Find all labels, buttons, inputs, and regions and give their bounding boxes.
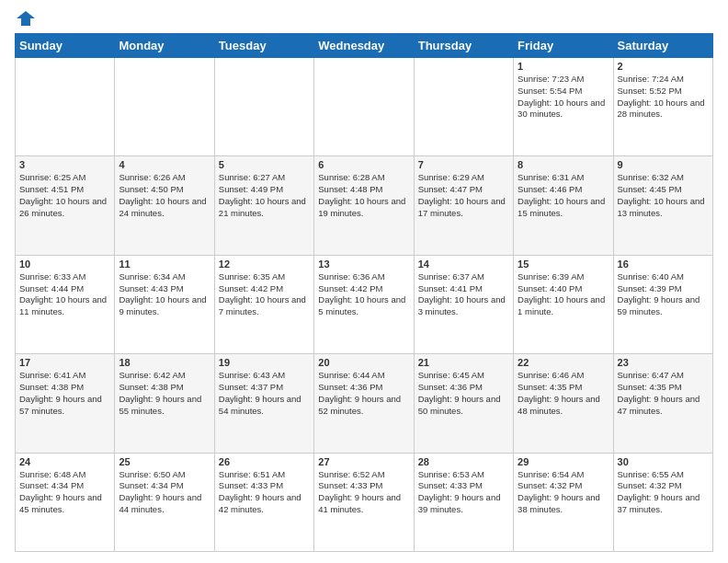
calendar-cell: 12Sunrise: 6:35 AM Sunset: 4:42 PM Dayli… [214, 255, 313, 353]
calendar-header-monday: Monday [115, 34, 214, 58]
calendar-header-friday: Friday [514, 34, 613, 58]
calendar-week-4: 24Sunrise: 6:48 AM Sunset: 4:34 PM Dayli… [16, 453, 713, 551]
day-info: Sunrise: 6:28 AM Sunset: 4:48 PM Dayligh… [318, 172, 409, 219]
calendar-cell: 27Sunrise: 6:52 AM Sunset: 4:33 PM Dayli… [314, 453, 414, 551]
calendar-header-sunday: Sunday [16, 34, 115, 58]
logo-icon [17, 11, 35, 26]
day-info: Sunrise: 7:23 AM Sunset: 5:54 PM Dayligh… [518, 74, 609, 121]
calendar-cell: 15Sunrise: 6:39 AM Sunset: 4:40 PM Dayli… [514, 255, 613, 353]
day-number: 18 [119, 357, 210, 368]
header [15, 11, 713, 26]
calendar-cell: 7Sunrise: 6:29 AM Sunset: 4:47 PM Daylig… [414, 156, 513, 255]
calendar-cell: 19Sunrise: 6:43 AM Sunset: 4:37 PM Dayli… [214, 354, 313, 453]
day-info: Sunrise: 6:45 AM Sunset: 4:36 PM Dayligh… [418, 370, 509, 417]
calendar-cell: 28Sunrise: 6:53 AM Sunset: 4:33 PM Dayli… [414, 453, 513, 551]
calendar-cell: 3Sunrise: 6:25 AM Sunset: 4:51 PM Daylig… [16, 156, 115, 255]
calendar-cell: 14Sunrise: 6:37 AM Sunset: 4:41 PM Dayli… [414, 255, 513, 353]
calendar-header-thursday: Thursday [414, 34, 513, 58]
day-number: 4 [119, 159, 210, 170]
day-info: Sunrise: 6:32 AM Sunset: 4:45 PM Dayligh… [618, 172, 709, 219]
calendar-cell: 4Sunrise: 6:26 AM Sunset: 4:50 PM Daylig… [115, 156, 214, 255]
day-number: 10 [19, 259, 110, 270]
day-number: 25 [119, 456, 210, 467]
day-info: Sunrise: 6:43 AM Sunset: 4:37 PM Dayligh… [219, 370, 310, 417]
day-number: 11 [119, 259, 210, 270]
calendar-header-wednesday: Wednesday [314, 34, 414, 58]
day-number: 2 [618, 61, 709, 72]
day-info: Sunrise: 6:33 AM Sunset: 4:44 PM Dayligh… [19, 271, 110, 318]
day-number: 19 [219, 357, 310, 368]
day-info: Sunrise: 6:39 AM Sunset: 4:40 PM Dayligh… [518, 271, 609, 318]
day-info: Sunrise: 6:50 AM Sunset: 4:34 PM Dayligh… [119, 469, 210, 516]
day-info: Sunrise: 6:53 AM Sunset: 4:33 PM Dayligh… [418, 469, 509, 516]
calendar-cell: 8Sunrise: 6:31 AM Sunset: 4:46 PM Daylig… [514, 156, 613, 255]
calendar-header-tuesday: Tuesday [214, 34, 313, 58]
day-info: Sunrise: 7:24 AM Sunset: 5:52 PM Dayligh… [618, 74, 709, 121]
day-number: 7 [418, 159, 509, 170]
day-number: 28 [418, 456, 509, 467]
day-number: 1 [518, 61, 609, 72]
calendar-cell: 16Sunrise: 6:40 AM Sunset: 4:39 PM Dayli… [613, 255, 712, 353]
day-info: Sunrise: 6:29 AM Sunset: 4:47 PM Dayligh… [418, 172, 509, 219]
calendar-cell [214, 58, 313, 156]
day-number: 30 [618, 456, 709, 467]
calendar-cell [16, 58, 115, 156]
day-info: Sunrise: 6:36 AM Sunset: 4:42 PM Dayligh… [318, 271, 409, 318]
day-info: Sunrise: 6:41 AM Sunset: 4:38 PM Dayligh… [19, 370, 110, 417]
day-number: 27 [318, 456, 409, 467]
day-number: 16 [618, 259, 709, 270]
calendar-cell: 26Sunrise: 6:51 AM Sunset: 4:33 PM Dayli… [214, 453, 313, 551]
calendar-cell: 1Sunrise: 7:23 AM Sunset: 5:54 PM Daylig… [514, 58, 613, 156]
day-number: 21 [418, 357, 509, 368]
calendar-cell [314, 58, 414, 156]
calendar-cell: 10Sunrise: 6:33 AM Sunset: 4:44 PM Dayli… [16, 255, 115, 353]
day-info: Sunrise: 6:42 AM Sunset: 4:38 PM Dayligh… [119, 370, 210, 417]
day-info: Sunrise: 6:26 AM Sunset: 4:50 PM Dayligh… [119, 172, 210, 219]
day-info: Sunrise: 6:34 AM Sunset: 4:43 PM Dayligh… [119, 271, 210, 318]
calendar-cell: 22Sunrise: 6:46 AM Sunset: 4:35 PM Dayli… [514, 354, 613, 453]
svg-marker-0 [17, 11, 35, 26]
day-info: Sunrise: 6:37 AM Sunset: 4:41 PM Dayligh… [418, 271, 509, 318]
day-number: 24 [19, 456, 110, 467]
calendar-cell: 25Sunrise: 6:50 AM Sunset: 4:34 PM Dayli… [115, 453, 214, 551]
calendar-cell: 30Sunrise: 6:55 AM Sunset: 4:32 PM Dayli… [613, 453, 712, 551]
day-info: Sunrise: 6:35 AM Sunset: 4:42 PM Dayligh… [219, 271, 310, 318]
calendar-cell: 11Sunrise: 6:34 AM Sunset: 4:43 PM Dayli… [115, 255, 214, 353]
day-number: 29 [518, 456, 609, 467]
day-info: Sunrise: 6:31 AM Sunset: 4:46 PM Dayligh… [518, 172, 609, 219]
day-info: Sunrise: 6:55 AM Sunset: 4:32 PM Dayligh… [618, 469, 709, 516]
day-number: 9 [618, 159, 709, 170]
calendar-week-3: 17Sunrise: 6:41 AM Sunset: 4:38 PM Dayli… [16, 354, 713, 453]
day-number: 20 [318, 357, 409, 368]
day-info: Sunrise: 6:48 AM Sunset: 4:34 PM Dayligh… [19, 469, 110, 516]
day-number: 26 [219, 456, 310, 467]
calendar-cell: 6Sunrise: 6:28 AM Sunset: 4:48 PM Daylig… [314, 156, 414, 255]
logo [15, 11, 35, 26]
day-number: 8 [518, 159, 609, 170]
calendar-cell: 5Sunrise: 6:27 AM Sunset: 4:49 PM Daylig… [214, 156, 313, 255]
calendar-cell: 29Sunrise: 6:54 AM Sunset: 4:32 PM Dayli… [514, 453, 613, 551]
page: SundayMondayTuesdayWednesdayThursdayFrid… [0, 0, 728, 563]
day-number: 3 [19, 159, 110, 170]
calendar-week-0: 1Sunrise: 7:23 AM Sunset: 5:54 PM Daylig… [16, 58, 713, 156]
day-info: Sunrise: 6:54 AM Sunset: 4:32 PM Dayligh… [518, 469, 609, 516]
calendar-cell [414, 58, 513, 156]
day-number: 23 [618, 357, 709, 368]
day-info: Sunrise: 6:52 AM Sunset: 4:33 PM Dayligh… [318, 469, 409, 516]
calendar-cell [115, 58, 214, 156]
calendar-header-row: SundayMondayTuesdayWednesdayThursdayFrid… [16, 34, 713, 58]
day-info: Sunrise: 6:47 AM Sunset: 4:35 PM Dayligh… [618, 370, 709, 417]
calendar-cell: 9Sunrise: 6:32 AM Sunset: 4:45 PM Daylig… [613, 156, 712, 255]
day-number: 13 [318, 259, 409, 270]
day-info: Sunrise: 6:27 AM Sunset: 4:49 PM Dayligh… [219, 172, 310, 219]
day-info: Sunrise: 6:40 AM Sunset: 4:39 PM Dayligh… [618, 271, 709, 318]
day-number: 15 [518, 259, 609, 270]
calendar-week-2: 10Sunrise: 6:33 AM Sunset: 4:44 PM Dayli… [16, 255, 713, 353]
day-number: 17 [19, 357, 110, 368]
day-info: Sunrise: 6:51 AM Sunset: 4:33 PM Dayligh… [219, 469, 310, 516]
calendar-cell: 21Sunrise: 6:45 AM Sunset: 4:36 PM Dayli… [414, 354, 513, 453]
calendar-cell: 13Sunrise: 6:36 AM Sunset: 4:42 PM Dayli… [314, 255, 414, 353]
day-number: 5 [219, 159, 310, 170]
day-number: 12 [219, 259, 310, 270]
calendar-header-saturday: Saturday [613, 34, 712, 58]
